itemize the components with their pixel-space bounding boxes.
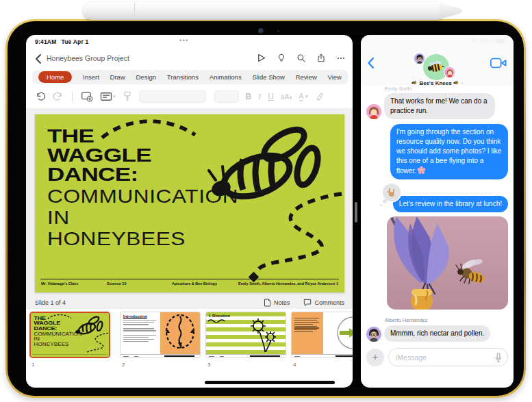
- document-title[interactable]: Honeybees Group Project: [47, 54, 129, 62]
- sender-label: Alberto Hernandez: [385, 317, 508, 323]
- photo-message-bee-flower[interactable]: [387, 216, 508, 310]
- font-color-button[interactable]: A: [299, 92, 304, 101]
- italic-button[interactable]: I: [258, 92, 261, 102]
- memoji-emily: [445, 68, 455, 77]
- memoji-alberto: [415, 54, 425, 64]
- thumbnail-footer: [206, 354, 286, 357]
- toolbar-separator: [72, 91, 73, 102]
- thumbnail-3-heading: I. Direction: [209, 314, 230, 318]
- chevron-down-icon: ▾: [290, 95, 292, 100]
- thumbnail-number: 4: [293, 362, 296, 368]
- notes-button[interactable]: Notes: [264, 299, 290, 307]
- slide-canvas: THE WAGGLE DANCE: COMMUNICATION IN HONEY…: [26, 108, 353, 309]
- thumbnail-1-preview: THEWAGGLEDANCE: COMMUNICATIONINHONEYBEES: [31, 313, 109, 357]
- message-bubble[interactable]: That works for me! We can do a practice …: [384, 93, 495, 119]
- thumbnail-slide-3[interactable]: I. Direction: [205, 312, 286, 358]
- slideshow-play-button[interactable]: [256, 53, 266, 63]
- tab-review[interactable]: Review: [296, 73, 317, 81]
- underline-button[interactable]: U: [268, 92, 274, 101]
- tab-animations[interactable]: Animations: [210, 73, 242, 81]
- ipad-bezel: 9:41AMTue Apr 1 ••• Honeybees Group Proj…: [8, 21, 524, 396]
- message-bubble[interactable]: Let's review in the library at lunch!: [393, 196, 508, 212]
- incoming-message-row: Mmmm, rich nectar and pollen.: [366, 325, 508, 342]
- format-painter-icon[interactable]: [123, 91, 132, 102]
- screen: 9:41AMTue Apr 1 ••• Honeybees Group Proj…: [26, 35, 514, 388]
- dictation-mic-icon[interactable]: [495, 353, 502, 363]
- slide-title: THE WAGGLE DANCE:: [47, 127, 151, 184]
- flower-doodle: [244, 316, 283, 353]
- tab-insert[interactable]: Insert: [83, 73, 99, 81]
- thumbnail-number: 2: [122, 362, 125, 368]
- footer-rule: [40, 279, 339, 280]
- avatar-emily[interactable]: [366, 104, 381, 119]
- camera-sensor-dot: [277, 30, 279, 32]
- member-avatar-emily: [444, 66, 455, 78]
- split-view-divider-handle[interactable]: [355, 202, 357, 223]
- bee-icon: [427, 60, 445, 74]
- message-input[interactable]: iMessage: [388, 348, 508, 366]
- tab-draw[interactable]: Draw: [110, 73, 125, 81]
- highlighter-icon[interactable]: [315, 92, 324, 102]
- ipad-device: 9:41AMTue Apr 1 ••• Honeybees Group Proj…: [5, 19, 526, 398]
- ipad-hero-shot: 9:41AMTue Apr 1 ••• Honeybees Group Proj…: [0, 0, 532, 402]
- thumbnail-slide-4[interactable]: [291, 312, 353, 358]
- pencil-seam: [134, 3, 135, 19]
- message-bubble[interactable]: I'm going through the section on resourc…: [390, 124, 508, 179]
- slide-counter: Slide 1 of 4: [35, 299, 66, 306]
- outgoing-message-row: Let's review in the library at lunch!: [393, 196, 508, 212]
- bold-button[interactable]: B: [246, 92, 252, 101]
- font-size-field[interactable]: [214, 90, 239, 103]
- incoming-message-row: That works for me! We can do a practice …: [366, 93, 508, 119]
- thumbnail-slide-1[interactable]: THEWAGGLEDANCE: COMMUNICATIONINHONEYBEES: [29, 312, 110, 358]
- outgoing-message-row: I'm going through the section on resourc…: [366, 124, 508, 179]
- honey-pot-sticker: [411, 289, 433, 310]
- sender-label: Emily Smith: [385, 86, 508, 92]
- add-attachment-button[interactable]: +: [366, 349, 384, 366]
- layout-picker[interactable]: ▾: [100, 92, 116, 101]
- slide-footer: Mr. Vidanage's Class Science 10 Apicultu…: [35, 281, 344, 288]
- facetime-video-button[interactable]: [490, 58, 507, 68]
- thumbnail-number: 1: [31, 362, 34, 368]
- powerpoint-window: 9:41AMTue Apr 1 ••• Honeybees Group Proj…: [26, 35, 353, 388]
- memoji-alberto: [366, 327, 381, 342]
- thumbnail-footer: [121, 354, 200, 357]
- thumbnail-footer: [292, 354, 353, 357]
- statusbar-left: 9:41AMTue Apr 1: [35, 38, 89, 45]
- layout-icon: [100, 92, 112, 101]
- tab-view[interactable]: View: [328, 73, 342, 81]
- group-name: Bee's Knees: [419, 80, 451, 86]
- avatar-alberto[interactable]: [366, 327, 381, 342]
- slide-editor[interactable]: THE WAGGLE DANCE: COMMUNICATION IN HONEY…: [35, 114, 344, 292]
- tab-home[interactable]: Home: [38, 71, 72, 83]
- powerpoint-statusbar: Slide 1 of 4 Notes Comments: [26, 297, 353, 310]
- tab-transitions[interactable]: Transitions: [167, 73, 199, 81]
- slide-number: 1: [336, 281, 338, 286]
- tab-slideshow[interactable]: Slide Show: [252, 73, 285, 81]
- ribbon-tab-bar: Home Insert Draw Design Transitions Anim…: [32, 70, 348, 84]
- ideas-lightbulb-button[interactable]: [277, 53, 286, 63]
- search-icon[interactable]: [296, 53, 306, 63]
- more-ellipsis-button[interactable]: [336, 53, 346, 63]
- member-avatar-alberto: [414, 53, 425, 64]
- comments-button[interactable]: Comments: [303, 299, 344, 307]
- redo-icon[interactable]: [53, 91, 64, 102]
- new-slide-icon[interactable]: [81, 91, 93, 102]
- thumbnail-2-heading: Introduction: [123, 314, 158, 318]
- font-name-field[interactable]: [139, 90, 206, 103]
- undo-icon[interactable]: [35, 91, 46, 102]
- message-bubble[interactable]: Mmmm, rich nectar and pollen.: [384, 325, 490, 342]
- tapback-love-you-gesture[interactable]: [383, 184, 401, 201]
- conversation-scroll[interactable]: Emily Smith That works for me! We can do…: [361, 86, 514, 348]
- love-you-hand-icon: [387, 188, 396, 197]
- input-placeholder: iMessage: [396, 353, 427, 362]
- cherry-blossom-icon: [417, 166, 426, 175]
- tab-design[interactable]: Design: [136, 73, 156, 81]
- multitask-handle-left[interactable]: •••: [179, 37, 189, 44]
- thumbnail-slide-2[interactable]: Introduction: [120, 312, 201, 358]
- change-case-button[interactable]: aA▾: [281, 93, 292, 101]
- home-indicator[interactable]: [205, 381, 335, 384]
- share-icon[interactable]: [316, 53, 326, 63]
- group-title[interactable]: Bee's Knees ›: [361, 80, 514, 86]
- back-icon[interactable]: [34, 53, 42, 64]
- conversation-header: Bee's Knees ›: [361, 35, 514, 86]
